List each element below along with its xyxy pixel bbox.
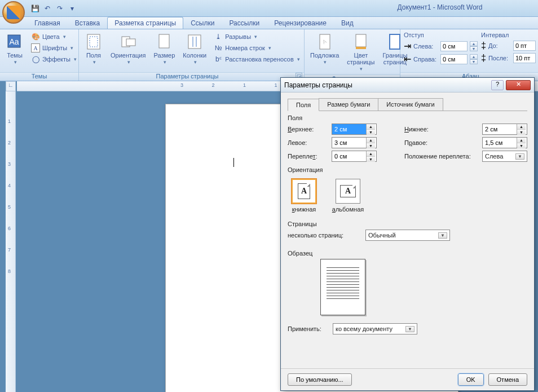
top-margin-input[interactable]: ▲▼ [332, 124, 377, 135]
group-page-setup: Поля▾ Ориентация▾ Размер▾ Колонки▾ ⤓Разр… [79, 29, 305, 81]
spacing-before-label: До: [488, 42, 511, 49]
landscape-icon: A [336, 179, 360, 204]
dialog-tab-margins[interactable]: Поля [288, 99, 319, 111]
margins-button[interactable]: Поля▾ [82, 32, 105, 67]
spacing-title: Интервал [481, 32, 538, 38]
tab-home[interactable]: Главная [27, 17, 68, 29]
svg-text:Aa: Aa [9, 37, 19, 46]
indent-right-icon: ⇤ [404, 54, 411, 64]
page-setup-dialog: Параметры страницы ? ✕ Поля Размер бумаг… [280, 77, 535, 391]
tab-references[interactable]: Ссылки [183, 17, 222, 29]
breaks-icon: ⤓ [214, 32, 223, 41]
group-label-page-setup: Параметры страницы◲ [79, 72, 304, 81]
spacing-after-label: После: [488, 55, 511, 61]
gutter-input[interactable]: ▲▼ [332, 151, 377, 162]
svg-rect-14 [390, 34, 400, 49]
apply-to-label: Применить: [288, 325, 328, 332]
ruler-vertical[interactable]: 12345678 [6, 91, 16, 392]
multi-pages-label: несколько страниц: [288, 232, 361, 239]
orientation-icon [119, 33, 137, 51]
line-numbers-button[interactable]: №Номера строк▾ [212, 43, 301, 53]
effects-icon: ◯ [31, 55, 40, 64]
columns-icon [186, 33, 204, 51]
dialog-tab-paper[interactable]: Размер бумаги [319, 98, 378, 111]
top-margin-label: Верхнее: [288, 126, 327, 133]
portrait-icon: A [292, 179, 316, 204]
apply-to-select[interactable]: ко всему документу▼ [333, 323, 417, 334]
office-button[interactable] [2, 1, 25, 24]
dialog-title: Параметры страницы [284, 81, 491, 89]
theme-colors-button[interactable]: 🎨Цвета▾ [29, 32, 78, 42]
theme-effects-button[interactable]: ◯Эффекты▾ [29, 54, 78, 64]
preview-thumbnail [320, 259, 365, 315]
right-margin-input[interactable]: ▲▼ [482, 137, 527, 148]
tab-mailings[interactable]: Рассылки [222, 17, 267, 29]
group-themes: Aa Темы▾ 🎨Цвета▾ AШрифты▾ ◯Эффекты▾ Темы [0, 29, 79, 81]
dialog-close-button[interactable]: ✕ [506, 80, 531, 90]
orientation-fieldset: Ориентация A книжная A альбомная [288, 166, 527, 216]
indent-right-label: Справа: [413, 56, 438, 63]
spacing-before-input[interactable] [513, 41, 536, 51]
orientation-button[interactable]: Ориентация▾ [108, 32, 148, 67]
default-button[interactable]: По умолчанию... [288, 373, 352, 386]
bottom-margin-input[interactable]: ▲▼ [482, 124, 527, 135]
columns-button[interactable]: Колонки▾ [180, 32, 209, 67]
indent-right-input[interactable] [440, 54, 468, 64]
save-icon[interactable]: 💾 [29, 3, 41, 14]
hyphenation-button[interactable]: bᶜРасстановка переносов▾ [212, 54, 301, 64]
indent-left-input[interactable] [440, 41, 468, 51]
multi-pages-select[interactable]: Обычный▼ [365, 230, 450, 241]
spacing-before-icon: ‡ [481, 41, 486, 51]
page-color-icon [352, 33, 370, 51]
svg-rect-7 [188, 35, 201, 49]
orientation-landscape-button[interactable]: A альбомная [332, 179, 364, 213]
size-button[interactable]: Размер▾ [151, 32, 177, 67]
svg-rect-2 [87, 34, 100, 49]
dialog-tab-source[interactable]: Источник бумаги [378, 98, 443, 111]
breaks-button[interactable]: ⤓Разрывы▾ [212, 32, 301, 42]
page-color-button[interactable]: Цвет страницы▾ [345, 32, 377, 73]
margins-fieldset: Поля Верхнее: ▲▼ Нижнее: ▲▼ Левое: ▲▼ Пр… [288, 114, 527, 162]
text-cursor [233, 158, 234, 167]
gutter-pos-select[interactable]: Слева▼ [482, 151, 527, 162]
svg-rect-12 [356, 34, 366, 47]
svg-rect-5 [126, 39, 135, 46]
redo-icon[interactable]: ↷ [54, 3, 65, 14]
indent-left-spinner[interactable]: ▲▼ [470, 41, 478, 51]
undo-icon[interactable]: ↶ [42, 3, 53, 14]
ok-button[interactable]: OK [458, 373, 484, 386]
tab-insert[interactable]: Вставка [68, 17, 108, 29]
spacing-after-input[interactable] [513, 53, 536, 63]
orientation-portrait-button[interactable]: A книжная [288, 179, 320, 213]
group-page-background: AПодложка▾ Цвет страницы▾ Границы страни… [305, 29, 400, 81]
dialog-help-button[interactable]: ? [491, 80, 504, 90]
tab-selector[interactable]: ∟ [6, 81, 16, 91]
themes-button[interactable]: Aa Темы▾ [3, 32, 26, 67]
ribbon: Aa Темы▾ 🎨Цвета▾ AШрифты▾ ◯Эффекты▾ Темы… [0, 29, 538, 81]
theme-fonts-button[interactable]: AШрифты▾ [29, 43, 78, 53]
right-margin-label: Правое: [404, 139, 478, 146]
tab-page-layout[interactable]: Разметка страницы [107, 17, 183, 29]
quick-access-toolbar: 💾 ↶ ↷ ▾ [29, 3, 78, 14]
themes-icon: Aa [6, 33, 24, 51]
gutter-label: Переплет: [288, 153, 327, 160]
title-bar: 💾 ↶ ↷ ▾ Документ1 - Microsoft Word [0, 0, 538, 17]
svg-rect-13 [356, 47, 366, 49]
dialog-titlebar[interactable]: Параметры страницы ? ✕ [281, 78, 534, 93]
line-numbers-icon: № [214, 43, 223, 52]
indent-right-spinner[interactable]: ▲▼ [470, 54, 478, 64]
margins-icon [85, 33, 103, 51]
left-margin-input[interactable]: ▲▼ [332, 137, 377, 148]
hyphenation-icon: bᶜ [214, 55, 223, 64]
group-label-themes: Темы [0, 72, 78, 81]
tab-view[interactable]: Вид [334, 17, 361, 29]
qat-dropdown-icon[interactable]: ▾ [67, 3, 78, 14]
cancel-button[interactable]: Отмена [488, 373, 527, 386]
left-margin-label: Левое: [288, 139, 327, 146]
themes-label: Темы [7, 52, 23, 59]
tab-review[interactable]: Рецензирование [267, 17, 334, 29]
watermark-button[interactable]: AПодложка▾ [308, 32, 341, 67]
gutter-pos-label: Положение переплета: [404, 153, 478, 160]
indent-left-icon: ⇥ [404, 41, 411, 51]
ribbon-tabs: Главная Вставка Разметка страницы Ссылки… [0, 17, 538, 29]
